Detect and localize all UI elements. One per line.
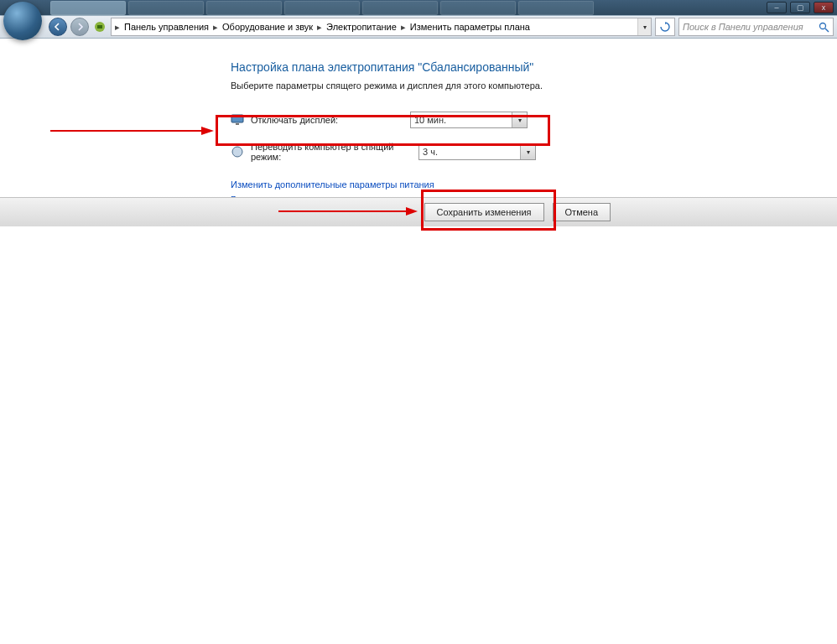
forward-button[interactable] [70, 18, 89, 36]
breadcrumb-item[interactable]: Электропитание [324, 22, 399, 32]
setting-sleep: Переводить компьютер в спящий режим: 3 ч… [231, 141, 837, 163]
chevron-right-icon: ▸ [401, 22, 406, 33]
advanced-settings-link[interactable]: Изменить дополнительные параметры питани… [231, 179, 837, 190]
cancel-button[interactable]: Отмена [553, 203, 611, 221]
breadcrumb-item[interactable]: Панель управления [122, 22, 211, 32]
taskbar-tab[interactable] [128, 1, 204, 15]
sleep-select[interactable]: 3 ч. ▾ [418, 143, 536, 160]
svg-point-6 [232, 147, 242, 157]
search-icon [819, 22, 829, 33]
chevron-right-icon: ▸ [317, 22, 322, 33]
titlebar: – ▢ x [0, 0, 837, 15]
moon-icon [231, 145, 244, 158]
display-off-select[interactable]: 10 мин. ▾ [410, 112, 528, 128]
breadcrumb-item[interactable]: Изменить параметры плана [408, 22, 533, 32]
monitor-icon [231, 113, 244, 127]
taskbar-tab[interactable] [440, 1, 516, 15]
svg-rect-5 [236, 123, 239, 125]
taskbar-tab[interactable] [518, 1, 594, 15]
close-button[interactable]: x [814, 2, 834, 13]
select-value: 3 ч. [423, 147, 438, 157]
svg-rect-1 [97, 25, 102, 29]
chevron-right-icon: ▸ [213, 22, 218, 33]
breadcrumb-item[interactable]: Оборудование и звук [220, 22, 315, 32]
search-placeholder: Поиск в Панели управления [683, 22, 803, 32]
footer-bar: Сохранить изменения Отмена [0, 197, 837, 226]
chevron-right-icon: ▸ [115, 22, 120, 33]
refresh-button[interactable] [655, 18, 675, 36]
setting-display-off: Отключать дисплей: 10 мин. ▾ [231, 109, 837, 131]
taskbar-tab[interactable] [50, 1, 126, 15]
content: Настройка плана электропитания "Сбаланси… [0, 39, 837, 205]
save-button[interactable]: Сохранить изменения [424, 203, 544, 221]
taskbar-tab[interactable] [206, 1, 282, 15]
setting-label: Отключать дисплей: [251, 115, 410, 125]
setting-label: Переводить компьютер в спящий режим: [251, 142, 418, 162]
svg-rect-4 [231, 115, 243, 122]
minimize-button[interactable]: – [767, 2, 787, 13]
page-title: Настройка плана электропитания "Сбаланси… [231, 60, 837, 74]
chevron-down-icon: ▾ [520, 144, 535, 159]
arrow-left-icon [54, 23, 62, 31]
taskbar-tab[interactable] [362, 1, 438, 15]
control-panel-icon [92, 19, 107, 34]
taskbar-tab[interactable] [284, 1, 360, 15]
maximize-button[interactable]: ▢ [790, 2, 810, 13]
start-orb[interactable] [3, 2, 42, 40]
navbar: ▸ Панель управления ▸ Оборудование и зву… [0, 15, 837, 39]
svg-line-3 [825, 29, 829, 32]
svg-point-2 [820, 23, 826, 29]
chevron-down-icon: ▾ [512, 112, 527, 127]
select-value: 10 мин. [414, 115, 446, 125]
breadcrumb[interactable]: ▸ Панель управления ▸ Оборудование и зву… [111, 18, 652, 36]
page-description: Выберите параметры спящего режима и дисп… [231, 80, 837, 91]
breadcrumb-dropdown[interactable]: ▾ [637, 18, 651, 35]
search-input[interactable]: Поиск в Панели управления [678, 18, 834, 36]
back-button[interactable] [49, 18, 67, 36]
taskbar-tabs [50, 0, 594, 15]
arrow-right-icon [75, 23, 84, 31]
refresh-icon [660, 22, 670, 32]
